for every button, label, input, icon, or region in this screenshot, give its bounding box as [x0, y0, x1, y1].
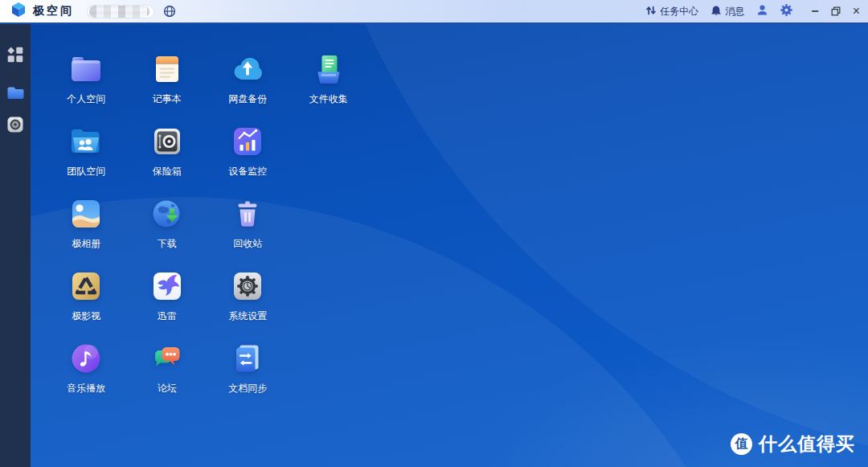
sidebar-item-disc[interactable]	[0, 118, 31, 134]
sidebar-item-files[interactable]	[0, 86, 31, 102]
app-label: 记事本	[153, 92, 182, 106]
disc-icon	[7, 117, 23, 136]
file-collection-icon	[310, 51, 347, 88]
restore-window-button[interactable]	[831, 6, 841, 16]
titlebar-right: 任务中心 消息	[645, 4, 860, 18]
app-label: 文件收集	[309, 92, 348, 106]
app-tile-movie-center[interactable]: 极影视	[46, 268, 127, 340]
smzdm-watermark-text: 什么值得买	[759, 432, 855, 457]
app-label: 下载	[158, 237, 177, 251]
music-player-icon	[68, 340, 104, 377]
mosaic-blur	[89, 6, 149, 18]
app-label: 设备监控	[228, 165, 267, 178]
device-monitor-chart-icon	[229, 123, 266, 160]
user-button[interactable]	[756, 4, 768, 18]
messages-label: 消息	[725, 5, 744, 18]
app-grid-row: 个人空间 记事本	[46, 51, 369, 123]
task-center-label: 任务中心	[660, 5, 698, 18]
app-label: 系统设置	[228, 309, 267, 323]
sidebar-item-apps[interactable]	[0, 48, 31, 64]
close-button[interactable]: ×	[853, 5, 860, 18]
app-tile-personal-space[interactable]: 个人空间	[46, 51, 127, 123]
minimize-button[interactable]: −	[811, 5, 818, 18]
app-label: 团队空间	[67, 165, 105, 178]
forum-chat-icon	[149, 340, 186, 377]
app-tile-system-settings[interactable]: 系统设置	[207, 268, 289, 340]
cloud-upload-backup-icon	[229, 51, 266, 88]
task-center-arrows-icon	[645, 5, 657, 18]
desktop: 个人空间 记事本	[31, 24, 868, 467]
app-tile-team-space[interactable]: 团队空间	[46, 123, 127, 195]
app-label: 迅雷	[158, 309, 177, 323]
app-tile-xunlei[interactable]: 迅雷	[127, 268, 208, 340]
system-settings-gear-icon	[229, 268, 266, 305]
app-tile-forum[interactable]: 论坛	[127, 340, 208, 412]
app-label: 极影视	[72, 309, 100, 323]
xunlei-bird-icon	[149, 268, 186, 305]
messages-button[interactable]: 消息	[710, 5, 744, 18]
apps-grid-icon	[7, 47, 23, 66]
app-label: 音乐播放	[67, 382, 105, 395]
app-tile-cloud-backup[interactable]: 网盘备份	[207, 51, 289, 123]
bell-icon	[710, 5, 722, 18]
sidebar	[0, 24, 31, 467]
recycle-bin-icon	[229, 195, 266, 232]
app-tile-file-collection[interactable]: 文件收集	[289, 51, 370, 123]
app-grid: 个人空间 记事本	[46, 51, 369, 412]
app-label: 回收站	[233, 237, 262, 251]
document-sync-icon	[229, 340, 266, 377]
app-title: 极空间	[33, 4, 74, 18]
titlebar: 极空间 任务中心	[0, 0, 868, 24]
team-space-folder-icon	[68, 123, 104, 160]
safe-box-icon	[149, 123, 186, 160]
zspace-logo-icon	[10, 1, 27, 22]
blue-folder-icon	[7, 85, 24, 103]
app-label: 网盘备份	[228, 92, 267, 106]
gear-icon	[780, 4, 792, 18]
app-label: 极相册	[72, 237, 100, 251]
download-globe-icon	[149, 195, 186, 232]
app-tile-recycle-bin[interactable]: 回收站	[207, 195, 289, 268]
smzdm-watermark: 值 什么值得买	[731, 432, 855, 457]
personal-space-folder-icon	[68, 51, 104, 88]
app-label: 文档同步	[228, 382, 267, 395]
app-grid-row: 极相册	[46, 195, 369, 268]
app-grid-row: 团队空间	[46, 123, 369, 195]
settings-button[interactable]	[780, 4, 792, 18]
photo-album-icon	[68, 195, 104, 232]
app-tile-download[interactable]: 下载	[127, 195, 208, 268]
globe-icon[interactable]	[163, 5, 176, 18]
app-tile-music-player[interactable]: 音乐播放	[46, 340, 127, 412]
censored-device-name-pill[interactable]	[87, 5, 154, 18]
task-center-button[interactable]: 任务中心	[645, 5, 698, 18]
app-grid-row: 音乐播放	[46, 340, 369, 412]
app-label: 个人空间	[67, 92, 105, 106]
app-tile-photo-album[interactable]: 极相册	[46, 195, 127, 268]
user-icon	[756, 4, 768, 18]
smzdm-badge-icon: 值	[731, 433, 752, 455]
window-controls: − ×	[811, 5, 860, 18]
movie-center-icon	[68, 268, 104, 305]
notepad-icon	[149, 51, 186, 88]
titlebar-left: 极空间	[10, 1, 176, 22]
app-label: 保险箱	[153, 165, 182, 178]
app-tile-notepad[interactable]: 记事本	[127, 51, 208, 123]
app-tile-document-sync[interactable]: 文档同步	[207, 340, 289, 412]
app-grid-row: 极影视 迅雷	[46, 268, 369, 340]
app-tile-device-monitor[interactable]: 设备监控	[207, 123, 289, 195]
app-tile-safe-box[interactable]: 保险箱	[127, 123, 208, 195]
app-label: 论坛	[158, 382, 177, 395]
